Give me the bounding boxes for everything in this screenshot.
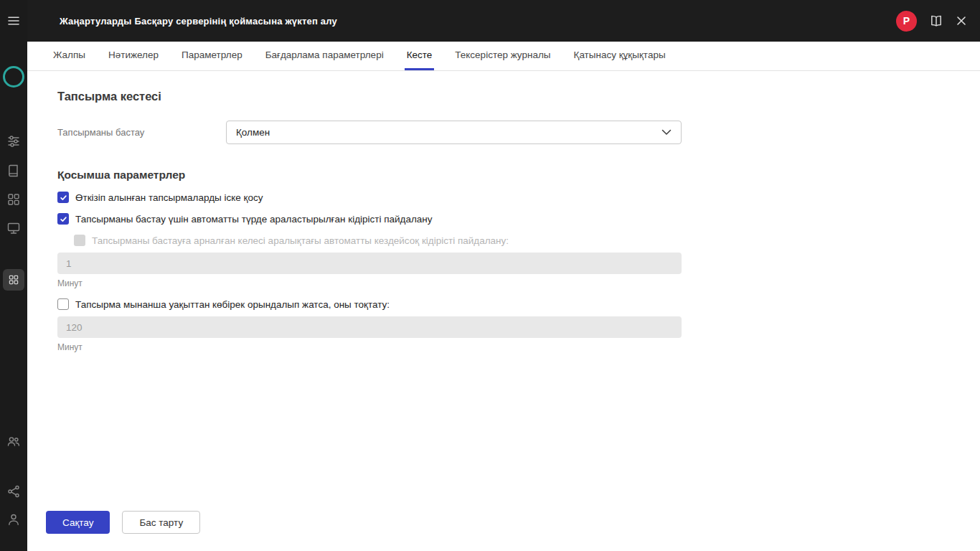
users-icon[interactable]: [0, 434, 27, 448]
monitor-icon[interactable]: [0, 221, 27, 235]
random-delay-unit: Минут: [57, 278, 980, 288]
active-nav-icon[interactable]: [0, 269, 27, 291]
docs-icon[interactable]: [930, 14, 943, 27]
menu-icon[interactable]: [0, 14, 27, 28]
section-title-schedule: Тапсырма кестесі: [57, 90, 980, 103]
cancel-button[interactable]: Бас тарту: [122, 511, 200, 534]
checkbox-checked-icon: [57, 192, 69, 203]
grid-icon[interactable]: [0, 192, 27, 207]
left-nav-rail: [0, 0, 27, 551]
selected-option: Қолмен: [236, 127, 270, 138]
dialog-header: Жаңартуларды Басқару серверінің қоймасын…: [27, 0, 980, 42]
save-button[interactable]: Сақтау: [46, 511, 110, 534]
checkbox-label: Тапсырманы бастауға арналған келесі арал…: [92, 235, 509, 246]
book-icon[interactable]: [0, 164, 27, 178]
checkbox-checked-icon: [57, 213, 69, 225]
tab-parameters[interactable]: Параметрлер: [179, 42, 245, 70]
checkbox-unchecked-icon: [57, 298, 69, 310]
checkbox-label: Тапсырма мынанша уақыттан көбірек орында…: [75, 299, 390, 310]
app-window: Жаңартуларды Басқару серверінің қоймасын…: [0, 0, 980, 551]
dialog-title: Жаңартуларды Басқару серверінің қоймасын…: [60, 16, 896, 27]
stop-timeout-input: [57, 316, 682, 338]
random-delay-input: [57, 253, 682, 274]
checkbox-stop-if-longer[interactable]: Тапсырма мынанша уақыттан көбірек орында…: [57, 298, 980, 310]
dialog-footer: Сақтау Бас тарту: [46, 511, 200, 534]
section-title-advanced: Қосымша параметрлер: [57, 169, 980, 182]
nodes-icon[interactable]: [0, 484, 27, 499]
header-actions: P: [896, 11, 967, 32]
start-mode-select[interactable]: Қолмен: [226, 121, 682, 144]
checkbox-auto-random-delay[interactable]: Тапсырманы бастау үшін автоматты түрде а…: [57, 213, 980, 225]
brand-letter: P: [903, 15, 910, 27]
tab-access-rights[interactable]: Қатынасу құқықтары: [572, 42, 668, 70]
checkbox-label: Тапсырманы бастау үшін автоматты түрде а…: [75, 214, 433, 225]
checkbox-run-missed[interactable]: Өткізіп алынған тапсырмаларды іске қосу: [57, 192, 980, 203]
tab-results[interactable]: Нәтижелер: [106, 42, 161, 70]
checkbox-disabled-icon: [74, 235, 85, 246]
tab-schedule[interactable]: Кесте: [405, 42, 435, 70]
tab-bar: Жалпы Нәтижелер Параметрлер Бағдарлама п…: [27, 42, 980, 71]
logo-ring-icon: [0, 66, 27, 88]
chevron-down-icon: [661, 129, 672, 136]
tab-app-parameters[interactable]: Бағдарлама параметрлері: [263, 42, 386, 70]
tab-audit-log[interactable]: Тексерістер журналы: [453, 42, 552, 70]
stop-timeout-unit: Минут: [57, 342, 980, 352]
start-mode-row: Тапсырманы бастау Қолмен: [57, 121, 980, 144]
checkbox-custom-random-delay: Тапсырманы бастауға арналған келесі арал…: [74, 235, 980, 246]
start-mode-label: Тапсырманы бастау: [57, 127, 226, 138]
user-icon[interactable]: [0, 512, 27, 527]
close-icon[interactable]: [956, 15, 967, 27]
tab-general[interactable]: Жалпы: [51, 42, 88, 70]
sliders-icon[interactable]: [0, 134, 27, 149]
checkbox-label: Өткізіп алынған тапсырмаларды іске қосу: [75, 192, 263, 203]
schedule-panel: Тапсырма кестесі Тапсырманы бастау Қолме…: [27, 72, 980, 551]
brand-badge[interactable]: P: [896, 11, 917, 32]
